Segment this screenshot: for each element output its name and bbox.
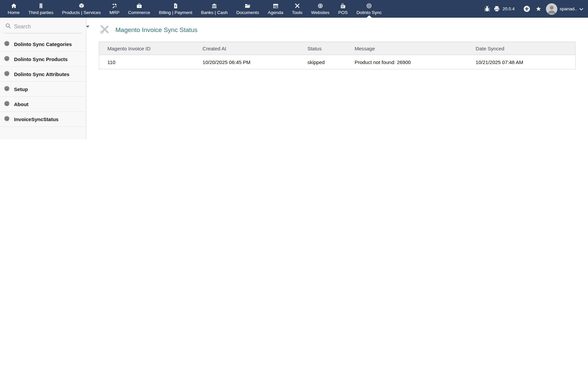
sidebar-item-label: Dolinto Sync Attributes xyxy=(14,71,69,77)
sidebar-search xyxy=(4,23,82,33)
tab-label: MRP xyxy=(109,10,119,15)
bookmark-star-icon[interactable]: ★ xyxy=(536,6,541,12)
tab-label: Dolinto Sync xyxy=(357,10,382,15)
cube-icon xyxy=(79,3,84,9)
search-input[interactable] xyxy=(14,24,83,30)
col-status: Status xyxy=(299,42,346,55)
col-date-synced: Date Synced xyxy=(467,42,575,55)
cell-created-at: 10/20/2025 06:45 PM xyxy=(194,55,299,69)
bullseye-icon xyxy=(366,3,372,9)
quick-add-icon[interactable] xyxy=(523,5,530,12)
hammer-icon xyxy=(112,3,117,9)
tab-commerce[interactable]: Commerce xyxy=(124,0,154,18)
avatar xyxy=(546,3,557,15)
tab-home[interactable]: Home xyxy=(3,0,24,18)
sidebar-item-label: Dolinto Sync Categories xyxy=(14,41,72,47)
main-content: Magento Invoice Sync Status Magento Invo… xyxy=(86,18,588,69)
invoice-sync-table: Magento Invoice ID Created At Status Mes… xyxy=(99,42,576,69)
sidebar-item-label: About xyxy=(14,101,28,107)
sidebar-item-invoicesyncstatus[interactable]: InvoiceSyncStatus xyxy=(0,112,86,127)
tab-banks-cash[interactable]: Banks | Cash xyxy=(196,0,232,18)
tab-label: Tools xyxy=(292,10,303,15)
target-icon xyxy=(4,41,10,48)
tab-third-parties[interactable]: Third parties xyxy=(24,0,58,18)
sidebar-item-setup[interactable]: Setup xyxy=(0,82,86,97)
tab-documents[interactable]: Documents xyxy=(232,0,263,18)
sidebar-item-dolinto-sync-categories[interactable]: Dolinto Sync Categories xyxy=(0,37,86,52)
target-icon xyxy=(4,71,10,78)
building-icon xyxy=(38,3,44,9)
top-menu-tabs: Home Third parties Products | Services M… xyxy=(0,0,386,18)
tab-label: Billing | Payment xyxy=(159,10,192,15)
target-icon xyxy=(4,101,10,108)
target-icon xyxy=(4,86,10,93)
sidebar-item-label: Setup xyxy=(14,86,28,92)
cell-status: skipped xyxy=(299,55,346,69)
debug-bug-icon[interactable] xyxy=(484,6,490,12)
sidebar-item-about[interactable]: About xyxy=(0,97,86,112)
invoice-icon: $ xyxy=(173,3,178,9)
target-icon xyxy=(4,116,10,123)
tab-label: Documents xyxy=(236,10,259,15)
crossed-tools-icon xyxy=(99,24,110,36)
cell-date-synced: 10/21/2025 07:48 AM xyxy=(467,55,575,69)
tab-dolinto-sync[interactable]: Dolinto Sync xyxy=(352,0,386,18)
user-name: spanad... xyxy=(560,6,577,11)
page-title: Magento Invoice Sync Status xyxy=(115,26,197,34)
globe-icon xyxy=(318,3,323,9)
tab-label: Home xyxy=(8,10,20,15)
cell-magento-invoice-id: 110 xyxy=(99,55,194,69)
tab-billing-payment[interactable]: $ Billing | Payment xyxy=(154,0,196,18)
chevron-down-icon xyxy=(579,6,583,12)
col-magento-invoice-id: Magento Invoice ID xyxy=(99,42,194,55)
tab-products-services[interactable]: Products | Services xyxy=(58,0,105,18)
top-menu-bar: Home Third parties Products | Services M… xyxy=(0,0,588,18)
user-menu[interactable]: spanad... xyxy=(546,3,583,15)
target-icon xyxy=(4,56,10,63)
tab-label: POS xyxy=(338,10,348,15)
col-message: Message xyxy=(346,42,467,55)
left-sidebar: Dolinto Sync Categories Dolinto Sync Pro… xyxy=(0,18,86,139)
tab-label: Websites xyxy=(311,10,330,15)
tools-icon xyxy=(295,3,300,9)
sidebar-item-label: Dolinto Sync Products xyxy=(14,56,68,62)
tab-tools[interactable]: Tools xyxy=(287,0,307,18)
sidebar-item-dolinto-sync-products[interactable]: Dolinto Sync Products xyxy=(0,52,86,67)
sidebar-menu: Dolinto Sync Categories Dolinto Sync Pro… xyxy=(0,37,86,127)
topbar-right-tools: 20.0.4 ★ spanad... xyxy=(484,0,588,18)
bank-icon xyxy=(211,3,217,9)
page-header: Magento Invoice Sync Status xyxy=(99,24,588,36)
tab-websites[interactable]: Websites xyxy=(307,0,334,18)
tab-pos[interactable]: POS xyxy=(334,0,352,18)
home-icon xyxy=(11,3,17,9)
tab-label: Banks | Cash xyxy=(201,10,227,15)
calendar-icon xyxy=(273,3,278,9)
briefcase-icon xyxy=(136,3,142,9)
tab-mrp[interactable]: MRP xyxy=(105,0,124,18)
cell-message: Product not found: 26900 xyxy=(346,55,467,69)
version-label: 20.0.4 xyxy=(503,6,515,11)
tab-label: Agenda xyxy=(268,10,283,15)
folder-icon xyxy=(245,3,250,9)
tab-label: Products | Services xyxy=(62,10,101,15)
tab-agenda[interactable]: Agenda xyxy=(263,0,288,18)
col-created-at: Created At xyxy=(194,42,299,55)
table-header: Magento Invoice ID Created At Status Mes… xyxy=(99,42,576,55)
sidebar-item-label: InvoiceSyncStatus xyxy=(14,116,58,122)
print-icon[interactable] xyxy=(494,6,500,12)
search-icon xyxy=(5,23,11,30)
tab-label: Commerce xyxy=(128,10,150,15)
active-menu-caret xyxy=(367,15,372,18)
tab-label: Third parties xyxy=(28,10,53,15)
sidebar-item-dolinto-sync-attributes[interactable]: Dolinto Sync Attributes xyxy=(0,67,86,82)
table-row: 110 10/20/2025 06:45 PM skipped Product … xyxy=(99,55,576,69)
cash-register-icon xyxy=(340,3,346,9)
